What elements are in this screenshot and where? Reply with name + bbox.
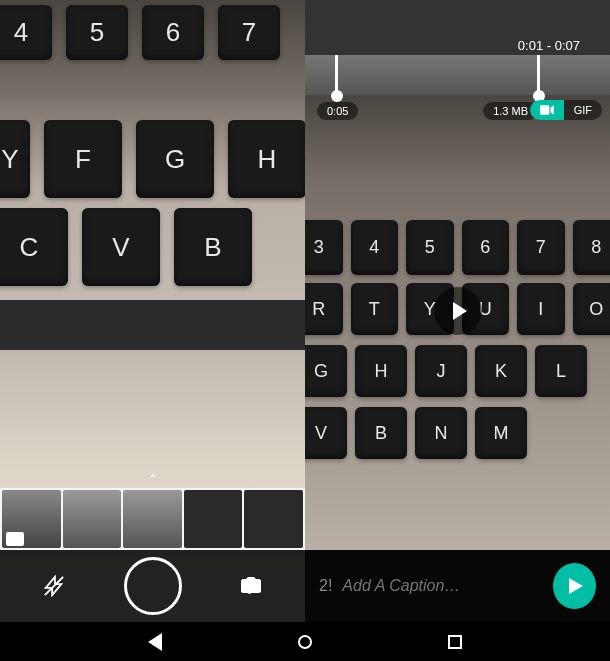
play-button[interactable] bbox=[434, 287, 482, 335]
gallery-thumb[interactable] bbox=[184, 490, 243, 548]
gallery-thumb[interactable] bbox=[123, 490, 182, 548]
duration-badge: 0:05 bbox=[317, 102, 358, 120]
caption-bar: 2! > Mom bbox=[305, 550, 610, 622]
camera-pane: 4567 YFGH CVB Hold For Video, Tap For Ph… bbox=[0, 0, 305, 622]
svg-rect-1 bbox=[540, 105, 549, 114]
caption-input[interactable] bbox=[342, 577, 543, 595]
camera-controls: Hold For Video, Tap For Photo bbox=[0, 550, 305, 622]
gallery-thumb[interactable] bbox=[63, 490, 122, 548]
emoji-button[interactable]: 2! bbox=[319, 577, 332, 595]
trim-end-handle[interactable] bbox=[537, 55, 540, 95]
home-button[interactable] bbox=[295, 632, 315, 652]
trim-start-handle[interactable] bbox=[335, 55, 338, 95]
video-scrubber[interactable] bbox=[305, 55, 610, 95]
format-toggle: GIF bbox=[530, 100, 602, 120]
shutter-button[interactable] bbox=[124, 557, 182, 615]
camera-flip-icon[interactable] bbox=[235, 570, 267, 602]
gallery-thumb[interactable] bbox=[244, 490, 303, 548]
trim-range-label: 0:01 - 0:07 bbox=[518, 38, 580, 53]
gif-mode-toggle[interactable]: GIF bbox=[564, 100, 602, 120]
recent-button[interactable] bbox=[445, 632, 465, 652]
video-mode-toggle[interactable] bbox=[530, 100, 564, 120]
video-icon bbox=[6, 532, 24, 546]
video-preview-pane: 0:01 - 0:07 0:05 1.3 MB GIF 345678 RTYUI… bbox=[305, 0, 610, 622]
android-navbar bbox=[0, 622, 610, 661]
flash-off-icon[interactable] bbox=[38, 570, 70, 602]
send-button[interactable] bbox=[553, 563, 596, 609]
recent-media-strip[interactable] bbox=[0, 488, 305, 550]
back-button[interactable] bbox=[145, 632, 165, 652]
